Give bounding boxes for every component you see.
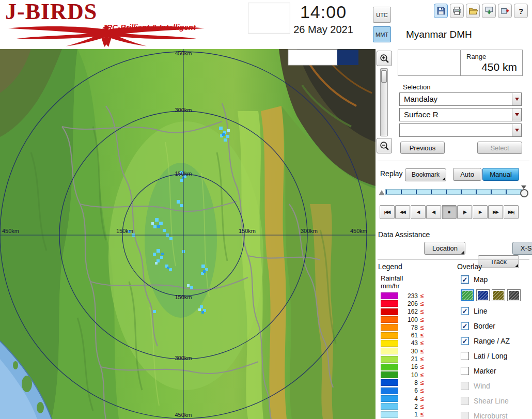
legend-leq-symbol: ≤ bbox=[420, 292, 424, 300]
legend-value: 16 bbox=[403, 363, 418, 370]
xsection-button[interactable]: X-Section bbox=[512, 242, 532, 255]
overlay-row-map[interactable]: ✓ Map bbox=[461, 274, 531, 285]
legend-color-swatch bbox=[381, 387, 398, 394]
open-folder-button[interactable] bbox=[466, 4, 480, 18]
replay-timeline[interactable] bbox=[379, 184, 528, 198]
map-style-navy-swatch bbox=[478, 291, 488, 300]
playback-controls: |◀◀ ◀◀ ◀ ◀| ■ |▶ ▶ ▶▶ ▶▶| bbox=[380, 205, 519, 219]
print-icon bbox=[452, 6, 462, 15]
map-style-navy-button[interactable] bbox=[476, 289, 490, 301]
legend-leq-symbol: ≤ bbox=[420, 300, 424, 307]
divider bbox=[378, 161, 529, 161]
overlay-row-marker[interactable]: Marker bbox=[461, 366, 531, 376]
help-button[interactable]: ? bbox=[514, 4, 528, 18]
select-button[interactable]: Select bbox=[477, 142, 522, 154]
station-title: Myanmar DMH bbox=[406, 29, 472, 40]
timeline-thumb[interactable] bbox=[520, 185, 528, 197]
play-reverse-button[interactable]: ◀ bbox=[411, 205, 426, 219]
save-button[interactable] bbox=[434, 4, 448, 18]
zoom-in-icon bbox=[380, 54, 389, 64]
legend-row: 233≤ bbox=[381, 292, 448, 300]
zoom-out-button[interactable] bbox=[377, 138, 392, 153]
auto-button[interactable]: Auto bbox=[453, 168, 481, 181]
print-button[interactable] bbox=[450, 4, 464, 18]
radar-map-area[interactable]: 450km 300km 150km 150km 300km 450km 450k… bbox=[0, 49, 375, 419]
skip-to-start-button[interactable]: |◀◀ bbox=[380, 205, 395, 219]
legend-leq-symbol: ≤ bbox=[420, 403, 424, 410]
product-dropdown-button[interactable] bbox=[512, 108, 521, 121]
location-button[interactable]: Location bbox=[424, 242, 465, 255]
product-dropdown[interactable]: Surface R bbox=[399, 108, 522, 121]
replay-label: Replay bbox=[380, 169, 403, 178]
map-style-olive-button[interactable] bbox=[492, 289, 505, 301]
legend-value: 4 bbox=[403, 395, 418, 402]
range-divider bbox=[460, 50, 461, 75]
timeline-track[interactable] bbox=[385, 189, 522, 195]
legend-leq-symbol: ≤ bbox=[420, 387, 424, 394]
legend-color-swatch bbox=[381, 348, 398, 354]
skip-to-end-button[interactable]: ▶▶| bbox=[504, 205, 519, 219]
track-button[interactable]: Track bbox=[478, 255, 519, 268]
save-icon bbox=[436, 6, 446, 15]
legend-color-swatch bbox=[381, 308, 398, 315]
eagle-icon bbox=[5, 25, 208, 48]
map-style-green-button[interactable] bbox=[461, 289, 474, 301]
clock-date: 26 May 2021 bbox=[288, 24, 358, 36]
header-bar: J-BIRDS JRC-Brilliant & Intelligent Rada… bbox=[0, 0, 532, 49]
overlay-row-line[interactable]: ✓ Line bbox=[461, 306, 531, 316]
fast-forward-button[interactable]: ▶▶ bbox=[488, 205, 503, 219]
add-media-button[interactable] bbox=[498, 4, 512, 18]
export-button[interactable] bbox=[482, 4, 496, 18]
checkbox-marker[interactable] bbox=[461, 367, 469, 375]
zoom-slider-thumb[interactable] bbox=[381, 70, 387, 83]
overlay-row-lati-long[interactable]: Lati / Long bbox=[461, 351, 531, 361]
utc-button[interactable]: UTC bbox=[373, 7, 391, 23]
site-dropdown-button[interactable] bbox=[512, 93, 521, 105]
extra-dropdown-button[interactable] bbox=[512, 124, 521, 136]
legend-row: 30≤ bbox=[381, 347, 448, 355]
range-value: 450 km bbox=[481, 61, 517, 73]
extra-dropdown[interactable] bbox=[399, 123, 522, 137]
legend-leq-symbol: ≤ bbox=[420, 379, 424, 386]
overlay-row-range-az[interactable]: ✓ Range / AZ bbox=[461, 336, 531, 346]
export-icon bbox=[484, 6, 494, 15]
checkbox-line[interactable]: ✓ bbox=[461, 307, 469, 315]
legend-color-swatch bbox=[381, 332, 398, 339]
range-label: 150km bbox=[175, 294, 192, 300]
fast-rewind-button[interactable]: ◀◀ bbox=[395, 205, 410, 219]
mmt-button[interactable]: MMT bbox=[373, 26, 391, 42]
manual-button[interactable]: Manual bbox=[482, 168, 519, 181]
zoom-slider[interactable] bbox=[380, 68, 388, 136]
legend-value: 43 bbox=[403, 339, 418, 347]
map-style-gray-button[interactable] bbox=[507, 289, 521, 301]
legend-value: 78 bbox=[403, 324, 418, 331]
legend-value: 100 bbox=[403, 316, 418, 323]
rainfall-legend: 233≤ 206≤ 162≤ 100≤ 78≤ 61≤ 43≤ 30≤ 21≤ … bbox=[381, 292, 448, 418]
selection-label: Selection bbox=[403, 83, 430, 91]
range-label: 450km bbox=[2, 228, 19, 234]
checkbox-border[interactable]: ✓ bbox=[461, 322, 469, 330]
checkbox-lati-long[interactable] bbox=[461, 352, 469, 360]
legend-leq-symbol: ≤ bbox=[420, 308, 424, 315]
play-button[interactable]: ▶ bbox=[473, 205, 488, 219]
zoom-in-button[interactable] bbox=[377, 51, 392, 66]
range-label: 300km bbox=[175, 355, 192, 361]
legend-value: 61 bbox=[403, 332, 418, 339]
overlay-row-wind: Wind bbox=[461, 381, 531, 391]
step-forward-button[interactable]: |▶ bbox=[457, 205, 472, 219]
chevron-down-icon bbox=[515, 129, 519, 132]
checkbox-range-az[interactable]: ✓ bbox=[461, 337, 469, 345]
bookmark-button[interactable]: Bookmark bbox=[405, 168, 446, 181]
site-dropdown[interactable]: Mandalay bbox=[399, 92, 522, 106]
legend-color-swatch bbox=[381, 300, 398, 307]
legend-color-swatch bbox=[381, 364, 398, 370]
radar-map-canvas[interactable]: 450km 300km 150km 150km 300km 450km 450k… bbox=[0, 49, 375, 419]
step-back-button[interactable]: ◀| bbox=[426, 205, 441, 219]
stop-button[interactable]: ■ bbox=[442, 205, 457, 219]
range-label: 450km bbox=[175, 50, 192, 56]
chevron-down-icon bbox=[515, 98, 519, 101]
checkbox-map[interactable]: ✓ bbox=[461, 275, 469, 284]
overlay-row-border[interactable]: ✓ Border bbox=[461, 321, 531, 331]
range-label: 450km bbox=[350, 228, 367, 234]
previous-button[interactable]: Previous bbox=[400, 142, 445, 154]
